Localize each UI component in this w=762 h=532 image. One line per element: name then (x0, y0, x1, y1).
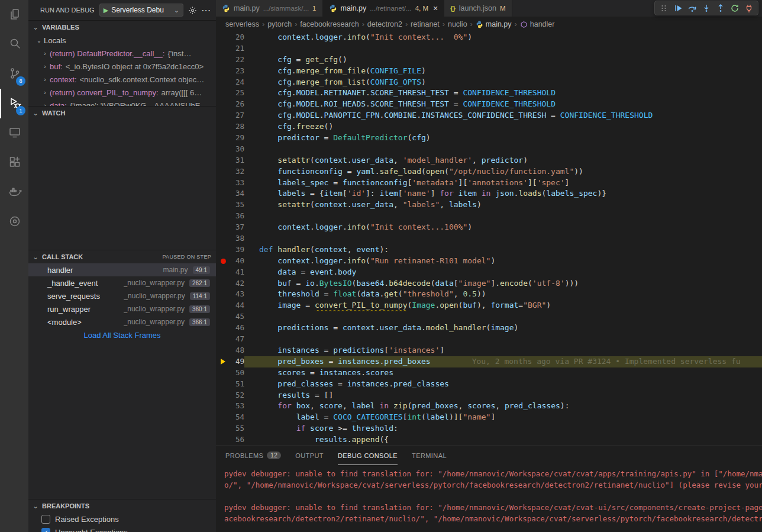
code-text[interactable]: results = [] (244, 390, 762, 401)
code-text[interactable]: results.append({ (244, 434, 762, 446)
code-text[interactable]: pred_boxes = instances.pred_boxesYou, 2 … (244, 356, 762, 367)
breakpoint-row[interactable]: Raised Exceptions (28, 512, 216, 525)
activity-source-control[interactable]: 8 (0, 59, 28, 89)
restart-icon[interactable] (728, 2, 741, 15)
variable-row[interactable]: ›(return) convert_PIL_to_numpy:array([[[… (28, 86, 216, 99)
gutter-glyph-margin[interactable] (216, 311, 230, 323)
breadcrumb-item[interactable]: detectron2 (367, 20, 402, 28)
chevron-right-icon[interactable]: › (40, 50, 50, 57)
gutter-glyph-margin[interactable] (216, 244, 230, 256)
activity-extensions[interactable] (0, 148, 28, 178)
gutter-glyph-margin[interactable] (216, 155, 230, 166)
gutter-glyph-margin[interactable] (216, 188, 230, 199)
breadcrumb-file[interactable]: main.py (476, 20, 512, 28)
panel-tab-debug-console[interactable]: DEBUG CONSOLE (338, 446, 398, 465)
code-text[interactable]: data = event.body (244, 267, 762, 278)
code-text[interactable]: cfg.MODEL.PANOPTIC_FPN.COMBINE.INSTANCES… (244, 110, 762, 121)
panel-tab-problems[interactable]: PROBLEMS12 (225, 446, 281, 465)
gutter-glyph-margin[interactable] (216, 356, 230, 367)
activity-remote-explorer[interactable] (0, 118, 28, 148)
code-text[interactable]: labels_spec = functionconfig['metadata']… (244, 178, 762, 189)
code-text[interactable] (244, 233, 762, 244)
gutter-glyph-margin[interactable] (216, 133, 230, 144)
variable-row[interactable]: ›data:{'image': 'iVBORw0KG…AAAANSUhE… (28, 99, 216, 106)
activity-search[interactable] (0, 30, 28, 59)
gutter-glyph-margin[interactable] (216, 144, 230, 155)
code-text[interactable]: context.logger.info("Init context...100%… (244, 222, 762, 233)
gutter-glyph-margin[interactable] (216, 54, 230, 66)
continue-icon[interactable] (671, 2, 684, 15)
watch-section-header[interactable]: ⌄ WATCH (28, 107, 216, 120)
gutter-glyph-margin[interactable] (216, 401, 230, 412)
gutter-glyph-margin[interactable] (216, 32, 230, 43)
gutter-glyph-margin[interactable] (216, 110, 230, 121)
code-text[interactable]: functionconfig = yaml.safe_load(open("/o… (244, 166, 762, 178)
gear-icon[interactable] (188, 6, 197, 15)
gutter-glyph-margin[interactable] (216, 88, 230, 99)
disconnect-icon[interactable] (742, 2, 755, 15)
breadcrumb-item[interactable]: retinanet (411, 20, 440, 28)
code-text[interactable]: label = COCO_CATEGORIES[int(label)]["nam… (244, 412, 762, 423)
gutter-glyph-margin[interactable] (216, 121, 230, 133)
code-text[interactable]: cfg.MODEL.ROI_HEADS.SCORE_THRESH_TEST = … (244, 99, 762, 110)
gutter-glyph-margin[interactable] (216, 289, 230, 300)
code-text[interactable] (244, 311, 762, 323)
close-icon[interactable]: × (433, 4, 438, 13)
variable-row[interactable]: ›(return) DefaultPredictor.__call__:{'in… (28, 47, 216, 60)
panel-tab-terminal[interactable]: TERMINAL (412, 446, 447, 465)
breadcrumb-symbol[interactable]: handler (520, 20, 555, 28)
code-text[interactable]: cfg.MODEL.RETINANET.SCORE_THRESH_TEST = … (244, 88, 762, 99)
gutter-glyph-margin[interactable] (216, 166, 230, 178)
code-text[interactable] (244, 144, 762, 155)
chevron-right-icon[interactable]: › (40, 63, 50, 70)
stack-frame[interactable]: run_wrapper_nuclio_wrapper.py360:1 (28, 302, 216, 315)
gutter-glyph-margin[interactable] (216, 43, 230, 54)
code-text[interactable] (244, 211, 762, 222)
more-actions-icon[interactable]: ··· (202, 6, 211, 15)
code-text[interactable]: cfg.merge_from_list(CONFIG_OPTS) (244, 77, 762, 88)
start-debugging-icon[interactable]: ▶ (104, 7, 108, 14)
checkbox[interactable] (41, 515, 50, 524)
gutter-glyph-margin[interactable] (216, 434, 230, 446)
breadcrumb-item[interactable]: facebookresearch (300, 20, 359, 28)
breadcrumb-item[interactable]: pytorch (267, 20, 292, 28)
stack-frame[interactable]: handlermain.py49:1 (28, 263, 216, 276)
gutter-glyph-margin[interactable] (216, 367, 230, 379)
gutter-glyph-margin[interactable] (216, 412, 230, 423)
stack-frame[interactable]: _handle_event_nuclio_wrapper.py262:1 (28, 276, 216, 289)
activity-docker[interactable] (0, 178, 28, 207)
code-text[interactable]: for box, score, label in zip(pred_boxes,… (244, 401, 762, 412)
chevron-down-icon[interactable]: ⌄ (34, 37, 44, 44)
code-text[interactable]: scores = instances.scores (244, 367, 762, 379)
code-text[interactable]: cfg.freeze() (244, 121, 762, 133)
chevron-right-icon[interactable]: › (40, 89, 50, 96)
debug-config-dropdown[interactable]: ▶ Serverless Debu ⌄ (99, 4, 183, 17)
gutter-glyph-margin[interactable] (216, 256, 230, 267)
code-text[interactable]: setattr(context.user_data, 'model_handle… (244, 155, 762, 166)
gutter-glyph-margin[interactable] (216, 77, 230, 88)
code-text[interactable]: labels = {item['id']: item['name'] for i… (244, 188, 762, 199)
code-text[interactable]: def handler(context, event): (244, 244, 762, 256)
gutter-glyph-margin[interactable] (216, 211, 230, 222)
step-into-icon[interactable] (700, 2, 713, 15)
checkbox[interactable]: ✓ (41, 528, 50, 532)
gutter-glyph-margin[interactable] (216, 99, 230, 110)
scope-locals[interactable]: ⌄ Locals (28, 34, 216, 47)
gutter-glyph-margin[interactable] (216, 267, 230, 278)
editor-tab-launch.json[interactable]: {}launch.jsonM (444, 0, 512, 17)
code-text[interactable]: if score >= threshold: (244, 423, 762, 434)
code-text[interactable]: context.logger.info("Init context... 0%"… (244, 32, 762, 43)
code-editor[interactable]: 20 context.logger.info("Init context... … (216, 32, 762, 446)
breadcrumb-item[interactable]: nuclio (448, 20, 467, 28)
activity-extension-circle[interactable] (0, 207, 28, 237)
gutter-glyph-margin[interactable] (216, 390, 230, 401)
activity-run-and-debug[interactable]: 1 (0, 89, 28, 118)
gutter-glyph-margin[interactable] (216, 233, 230, 244)
gutter-glyph-margin[interactable] (216, 199, 230, 211)
breakpoint-row[interactable]: ✓Uncaught Exceptions (28, 525, 216, 532)
gutter-glyph-margin[interactable] (216, 323, 230, 334)
stack-frame[interactable]: <module>_nuclio_wrapper.py366:1 (28, 315, 216, 328)
code-text[interactable]: instances = predictions['instances'] (244, 345, 762, 356)
gutter-glyph-margin[interactable] (216, 222, 230, 233)
stack-frame[interactable]: serve_requests_nuclio_wrapper.py114:1 (28, 289, 216, 302)
